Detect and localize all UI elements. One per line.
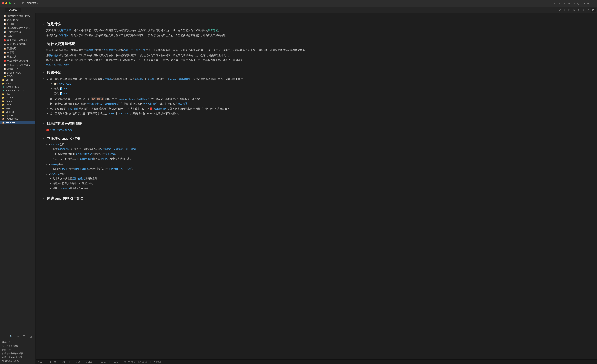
link-logseq2[interactable]: logseq — [108, 112, 115, 115]
link-zettelkasten[interactable]: 卡片盒笔记法 – Zettelkasten — [87, 102, 118, 105]
link-oldwinter[interactable]: oldwinter 的数字花园 — [167, 78, 190, 81]
sidebar-item-4[interactable]: 📋 人文社科通识 — [0, 30, 35, 34]
chevron-s5[interactable] — [43, 137, 46, 140]
link-content-tools[interactable]: 内容、工具与方法论 — [123, 49, 146, 52]
sidebar-item-calendar[interactable]: 📁 Calendar — [0, 96, 35, 100]
close-button[interactable] — [2, 2, 4, 4]
tab-nav-back[interactable]: ← — [548, 8, 552, 12]
chevron-s4[interactable] — [43, 122, 46, 125]
link-github[interactable]: github — [60, 167, 67, 170]
sidebar-item-5[interactable]: 📋 人物库 — [0, 34, 35, 38]
titlebar-action-3[interactable]: ⊞ — [567, 1, 571, 5]
chevron-s1[interactable] — [43, 23, 46, 25]
sidebar-tool-grid[interactable]: ⊞ — [16, 334, 20, 338]
link-homepage[interactable]: 🏠 HOMEPAGE — [54, 82, 71, 85]
sidebar-tool-list[interactable]: ☰ — [22, 334, 26, 338]
sidebar-item-index-atlases[interactable]: ✦ + Index for Atlases — [0, 89, 35, 92]
sidebar-item-13[interactable]: 📋 知识原子库 — [0, 67, 35, 71]
titlebar-close[interactable]: ✕ — [591, 1, 595, 5]
tab-close-icon[interactable]: ✕ — [18, 9, 19, 11]
M-button[interactable]: M — [591, 8, 596, 12]
sidebar-item-sources[interactable]: 📁 Sources — [0, 110, 35, 114]
link-vscode3[interactable]: VSCode — [50, 173, 59, 176]
sidebar-item-tocs[interactable]: 📁 TOCs — [0, 82, 35, 85]
outline-item-2[interactable]: 快速开始 — [0, 348, 35, 352]
titlebar-expand[interactable]: ⤢ — [563, 1, 566, 5]
outline-item-0[interactable]: 这是什么 — [0, 341, 35, 344]
link-bidirectional-links[interactable]: 双向链接 — [49, 54, 59, 57]
sidebar-item-library[interactable]: 📁 Library — [0, 92, 35, 96]
minimize-button[interactable] — [5, 2, 8, 4]
tab-add-icon[interactable]: ⊕ — [582, 8, 586, 12]
tab-expand-icon[interactable]: ⤢ — [558, 8, 562, 12]
sidebar-item-logseq[interactable]: 📁 logseq — [0, 107, 35, 110]
sidebar-item-readme[interactable]: 📋 README — [0, 121, 35, 124]
outline-item-1[interactable]: 为什么要开源笔记 — [0, 344, 35, 348]
link-bilink[interactable]: 双链笔记 — [135, 78, 145, 81]
link-oldwinter-knowledge[interactable]: oldwinter 的知识花园 — [108, 167, 131, 170]
tab-x-icon[interactable]: ✕ — [586, 8, 590, 12]
link-second-brain2[interactable]: 第二大脑 — [178, 102, 188, 105]
sidebar-item-spaces[interactable]: 📁 Spaces — [0, 114, 35, 117]
sidebar-tool-search[interactable]: 🔍 — [9, 334, 13, 338]
link-literature[interactable]: 文献笔记 — [113, 147, 123, 150]
link-backlinks[interactable]: 反向链接 — [102, 78, 112, 81]
sidebar-item-8[interactable]: 📋 视频笔记 — [0, 46, 35, 51]
tab-settings-icon[interactable]: ◎ — [572, 8, 576, 12]
sidebar-item-7[interactable]: 📋 如何成为学习高手 — [0, 42, 35, 46]
link-obsidian-main[interactable]: obsidian — [50, 143, 59, 146]
sidebar-item-homepage[interactable]: 🏠 HOMEPAGE — [0, 117, 35, 121]
titlebar-add[interactable]: ⊕ — [586, 1, 590, 5]
chevron-s5-obsidian[interactable] — [46, 143, 48, 146]
sidebar-tool-h[interactable]: H — [3, 334, 6, 338]
link-vscode2[interactable]: VSCode — [119, 112, 128, 115]
maximize-button[interactable] — [8, 2, 11, 4]
sidebar-item-3[interactable]: 📋 令我多次沉醉的人或... — [0, 26, 35, 30]
chevron-s2[interactable] — [43, 43, 46, 45]
link-mocs[interactable]: MOCs — [63, 92, 70, 95]
chevron-s6[interactable] — [43, 197, 46, 200]
sidebar-item-9[interactable]: 📋 书影音 — [0, 51, 35, 55]
link-bidirectional[interactable]: 双链笔记 — [86, 49, 96, 52]
link-github-pilot[interactable]: Github Pilot — [58, 187, 70, 190]
sidebar-item-2[interactable]: 📋 金句库 — [0, 22, 35, 26]
link-evergreen-notes[interactable]: 常青笔记 — [208, 29, 218, 32]
sidebar-item-mocs[interactable]: 📁 MOCs — [0, 75, 35, 78]
status-reading-view[interactable]: 阅读视图 — [154, 360, 162, 363]
link-pkm2[interactable]: 个人知识管理 — [143, 102, 157, 105]
tab-code-icon[interactable]: <> — [576, 8, 581, 12]
link-permanent[interactable]: 永久笔记 — [126, 147, 136, 150]
link-github-action[interactable]: github action — [74, 167, 88, 170]
outline-item-3[interactable]: 目录结构和开箱库截图 — [0, 352, 35, 356]
titlebar-action-5[interactable]: ◎ — [576, 1, 580, 5]
sidebar-item-extras[interactable]: 📁 Extras — [0, 103, 35, 107]
sidebar-item-1[interactable]: 📋 计算机科学 — [0, 18, 35, 22]
sidebar-item-about-atlas[interactable]: ✦ + About Atlas — [0, 85, 35, 89]
link-second-brain[interactable]: 第二大脑 — [61, 29, 71, 32]
chevron-s5-vscode[interactable] — [46, 173, 48, 176]
outline-item-4[interactable]: 本库涉及 app 及作用 — [0, 356, 35, 359]
sidebar-tool-alt-list[interactable]: ▤ — [29, 334, 32, 338]
sidebar-item-6[interactable]: 🔴 如果在家、如何反人... — [0, 38, 35, 42]
link-project-notes[interactable]: 项目笔记 — [105, 153, 115, 155]
link-fleeting[interactable]: 闪念笔记 — [101, 147, 111, 150]
outline-item-5[interactable]: app 的联动与配合 — [0, 359, 35, 363]
link-folders-tags[interactable]: 文件夹和标签式 — [75, 153, 92, 155]
tab-readme[interactable]: README ✕ — [5, 8, 21, 12]
link-obsidian[interactable]: obsidian — [118, 98, 126, 100]
tab-grid-icon[interactable]: ⊞ — [563, 8, 566, 12]
sidebar-item-cards[interactable]: 📁 Cards — [0, 100, 35, 103]
link-vscode[interactable]: VSCode — [139, 98, 148, 100]
link-card-notes[interactable]: 卡片笔记 — [147, 78, 157, 81]
chevron-s3-sub[interactable] — [43, 77, 46, 80]
sidebar-item-10[interactable]: 📋 思维工具 — [0, 55, 35, 59]
link-pkm[interactable]: 个人知识管理 — [101, 49, 116, 52]
tab-nav-forward[interactable]: → — [553, 8, 557, 12]
link-remotely-save[interactable]: remotely_save — [78, 157, 93, 160]
link-platform-plugins[interactable]: 平台+插件 — [67, 108, 79, 110]
titlebar-action-2[interactable]: → — [558, 1, 562, 5]
titlebar-code-action[interactable]: <> — [581, 1, 586, 5]
link-access[interactable]: ACCESS 笔记组织法 — [50, 129, 73, 132]
link-digital-garden[interactable]: 数字花园 — [59, 34, 69, 37]
link-tocs[interactable]: TOCs — [63, 87, 69, 90]
